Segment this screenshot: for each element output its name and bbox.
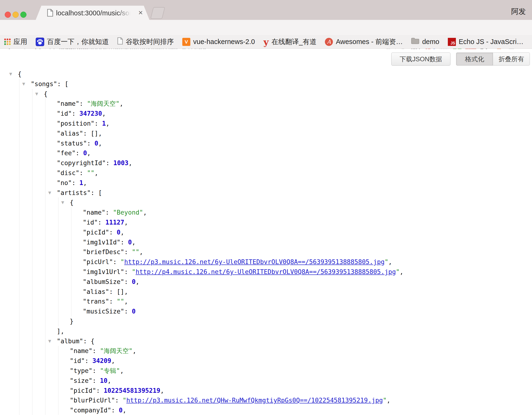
json-line: ▼{ [18, 69, 403, 79]
json-comma: , [121, 229, 124, 236]
json-open-bracket: [ [98, 189, 102, 196]
json-url-link[interactable]: http://p4.music.126.net/6y-UleORITEDbvrO… [135, 268, 396, 275]
json-close-bracket: ], [57, 328, 64, 335]
json-value: 0 [117, 229, 121, 236]
json-node: "id": 347230, [57, 109, 403, 118]
json-key: "albumSize" [83, 278, 124, 285]
json-node: "position": 1, [57, 118, 403, 128]
collapse-triangle-icon[interactable]: ▼ [35, 89, 42, 99]
folder-icon [411, 38, 419, 46]
json-colon: : [57, 80, 65, 87]
json-node: "img1v1Id": 0, [83, 237, 403, 247]
bookmark-baidu[interactable]: 百度一下，你就知道 [36, 37, 109, 47]
json-key: "name" [57, 100, 79, 107]
close-window-button[interactable] [5, 12, 11, 18]
json-colon: : [93, 367, 100, 374]
json-node: "no": 1, [57, 178, 403, 188]
json-colon: : [109, 229, 117, 236]
json-colon: : [124, 278, 132, 285]
json-comma: , [124, 219, 128, 226]
json-children: ▼"songs": [▼{"name": "海阔天空","id": 347230… [19, 79, 403, 415]
collapse-triangle-icon[interactable]: ▼ [48, 188, 55, 198]
vue-icon: V [182, 38, 190, 46]
json-comma: , [98, 130, 102, 137]
json-colon: : [111, 406, 119, 414]
json-url-link[interactable]: http://p3.music.126.net/QHw-RuMwfQkmgtiy… [126, 396, 383, 404]
json-node: "picId": 0, [83, 227, 403, 237]
json-value: "海阔天空" [87, 100, 120, 107]
json-comma: , [133, 347, 136, 354]
json-comma: , [120, 100, 124, 107]
json-colon: : [109, 288, 117, 295]
json-children: "name": "海阔天空","id": 34209,"type": "专辑",… [58, 346, 403, 415]
json-key: "alias" [83, 288, 109, 295]
bookmark-google-sort[interactable]: 谷歌按时间排序 [117, 37, 174, 47]
youdao-icon: y [263, 38, 269, 45]
json-value: " [396, 268, 399, 275]
awesomes-icon: A [325, 38, 333, 46]
json-colon: : [121, 239, 128, 246]
json-close-bracket: } [70, 318, 74, 325]
bookmark-awesomes[interactable]: A Awesomes - 前端资… [325, 37, 403, 47]
json-colon: : [124, 248, 132, 256]
json-line: ▼{ [44, 89, 403, 99]
echojs-icon: JS [448, 38, 456, 46]
new-tab-button[interactable] [150, 7, 165, 19]
json-node: "alias": [], [57, 128, 403, 138]
json-line: ▼{ [70, 198, 403, 208]
json-comma: , [399, 268, 403, 275]
json-key: "blurPicUrl" [70, 396, 115, 404]
minimize-window-button[interactable] [12, 12, 19, 18]
json-key: "picId" [83, 229, 109, 236]
collapse-all-button[interactable]: 折叠所有 [493, 53, 530, 66]
json-key: "type" [70, 367, 93, 374]
collapse-triangle-icon[interactable]: ▼ [22, 79, 29, 89]
json-key: "alias" [57, 130, 83, 137]
bookmark-folder-demo[interactable]: demo [411, 38, 439, 46]
json-line: "name": "Beyond", [83, 208, 403, 217]
json-node: "fee": 0, [57, 148, 403, 158]
json-line: "size": 10, [70, 376, 403, 386]
json-colon: : [83, 338, 91, 345]
collapse-triangle-icon[interactable]: ▼ [61, 198, 68, 208]
format-button[interactable]: 格式化 [456, 53, 493, 66]
json-value: 0 [83, 149, 87, 157]
json-colon: : [124, 308, 132, 315]
json-colon: : [79, 169, 87, 176]
json-node: "blurPicUrl": "http://p3.music.126.net/Q… [70, 395, 403, 405]
json-colon: : [106, 159, 113, 167]
json-line: "name": "海阔天空", [70, 346, 403, 356]
json-colon: : [76, 149, 83, 157]
json-value: 11127 [105, 219, 124, 226]
profile-name[interactable]: 阿发 [511, 7, 526, 17]
json-comma: , [139, 248, 143, 256]
collapse-triangle-icon[interactable]: ▼ [48, 336, 55, 346]
json-node: "companyId": 0, [70, 405, 403, 415]
json-comma: , [106, 120, 109, 127]
tab-close-icon[interactable]: × [138, 6, 143, 20]
json-children: "name": "Beyond","id": 11127,"picId": 0,… [71, 208, 403, 316]
json-key: "id" [83, 219, 98, 226]
json-key: "img1v1Id" [83, 239, 121, 246]
json-line: "albumSize": 0, [83, 277, 403, 287]
bookmark-vue-hackernews[interactable]: V vue-hackernews-2.0 [182, 38, 255, 46]
fullscreen-window-button[interactable] [20, 12, 27, 18]
json-colon: : [72, 179, 79, 186]
json-colon: : [87, 140, 95, 147]
json-url-link[interactable]: http://p3.music.126.net/6y-UleORITEDbvrO… [124, 258, 385, 265]
json-comma: , [83, 179, 87, 186]
json-line: ▼"songs": [ [31, 79, 403, 89]
json-comma: , [124, 298, 128, 305]
browser-tab[interactable]: localhost:3000/music/songDet × [36, 6, 149, 20]
json-colon: : [79, 100, 87, 107]
json-comma: , [120, 367, 124, 374]
bookmark-youdao[interactable]: y 在线翻译_有道 [263, 37, 316, 47]
collapse-triangle-icon[interactable]: ▼ [9, 69, 16, 79]
json-node: "musicSize": 0 [83, 306, 403, 316]
download-json-button[interactable]: 下载JSON数据 [391, 53, 450, 66]
bookmark-echojs[interactable]: JS Echo JS - JavaScri… [448, 38, 523, 46]
json-node: "briefDesc": "", [83, 247, 403, 257]
json-node: "name": "海阔天空", [70, 346, 403, 356]
bookmark-apps[interactable]: 应用 [4, 37, 27, 47]
json-node: "albumSize": 0, [83, 277, 403, 287]
